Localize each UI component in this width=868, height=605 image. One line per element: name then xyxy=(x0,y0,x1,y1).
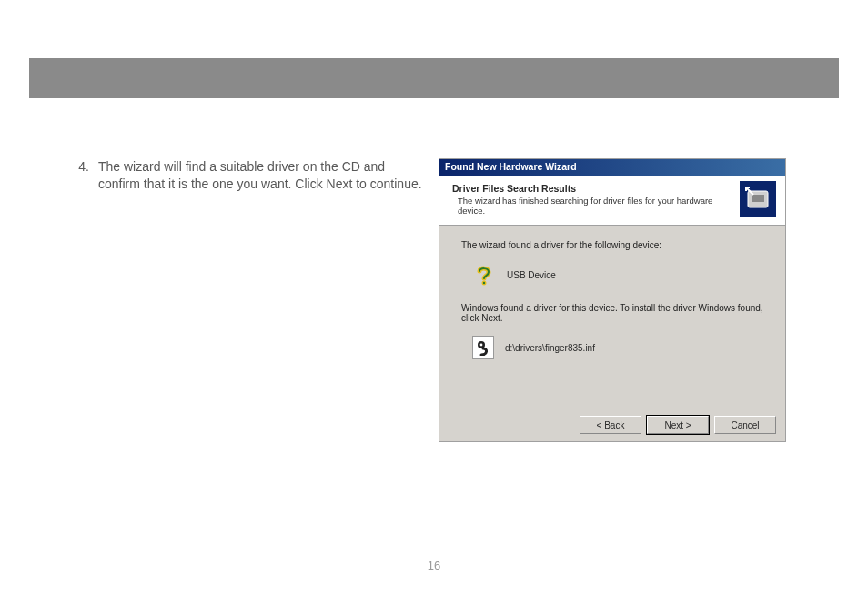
cancel-button[interactable]: Cancel xyxy=(714,416,776,434)
next-button[interactable]: Next > xyxy=(647,416,709,434)
inf-file-row: d:\drivers\finger835.inf xyxy=(472,336,767,359)
content-row: 4. The wizard will find a suitable drive… xyxy=(73,158,801,442)
body-line-found: The wizard found a driver for the follow… xyxy=(461,240,767,250)
page-header-bar xyxy=(29,58,839,98)
dialog-button-row: < Back Next > Cancel xyxy=(439,408,785,441)
body-line-install: Windows found a driver for this device. … xyxy=(461,303,767,323)
dialog-titlebar: Found New Hardware Wizard xyxy=(439,159,785,176)
page-number: 16 xyxy=(428,559,440,572)
instruction-text: The wizard will find a suitable driver o… xyxy=(98,158,428,442)
dialog-header-texts: Driver Files Search Results The wizard h… xyxy=(452,181,740,216)
device-row: USB Device xyxy=(472,263,767,287)
svg-point-3 xyxy=(483,282,485,284)
device-name: USB Device xyxy=(507,270,556,280)
dialog-header: Driver Files Search Results The wizard h… xyxy=(439,176,785,226)
back-button[interactable]: < Back xyxy=(580,416,641,434)
hardware-icon xyxy=(740,181,776,217)
inf-file-icon xyxy=(472,336,494,359)
instruction-number: 4. xyxy=(73,158,89,442)
instruction-item: 4. The wizard will find a suitable drive… xyxy=(73,158,428,442)
wizard-dialog: Found New Hardware Wizard Driver Files S… xyxy=(439,158,786,442)
dialog-header-title: Driver Files Search Results xyxy=(452,183,740,194)
dialog-body: The wizard found a driver for the follow… xyxy=(439,226,785,408)
question-mark-icon xyxy=(472,263,496,287)
svg-point-5 xyxy=(480,344,483,347)
inf-file-path: d:\drivers\finger835.inf xyxy=(505,343,595,353)
dialog-header-subtitle: The wizard has finished searching for dr… xyxy=(458,196,740,216)
svg-rect-1 xyxy=(752,195,764,202)
